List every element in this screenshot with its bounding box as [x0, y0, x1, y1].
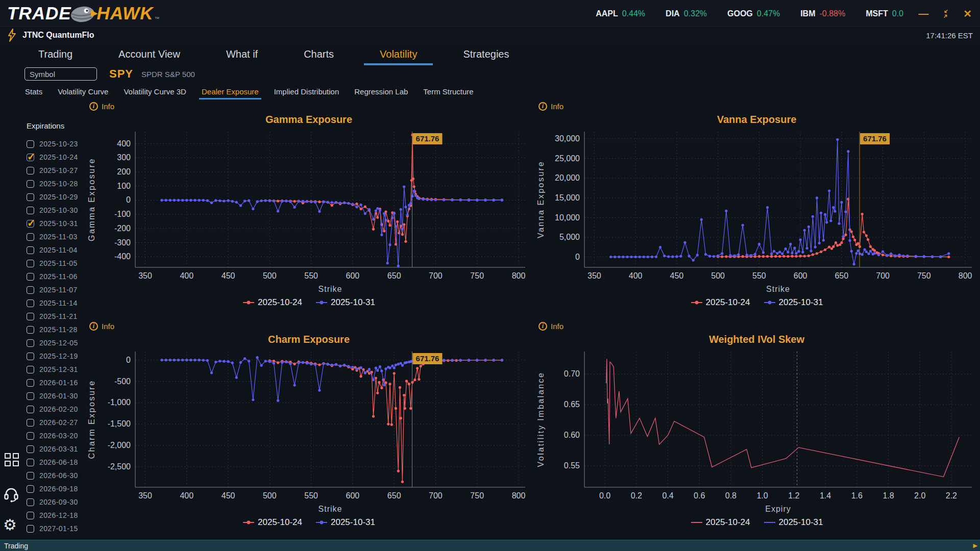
- expiration-row: 2025-11-21: [27, 310, 84, 323]
- expiration-checkbox-2025-11-05[interactable]: [27, 260, 34, 267]
- expirations-label: Expirations: [27, 121, 84, 130]
- ticker-aapl: AAPL0.44%: [596, 9, 645, 18]
- volatility-subtabs: StatsVolatility CurveVolatility Curve 3D…: [0, 83, 980, 100]
- legend-item-2025-10-24[interactable]: 2025-10-24: [242, 517, 302, 528]
- expiration-date-label: 2025-11-05: [39, 259, 78, 267]
- ticker-tape: AAPL0.44%DIA0.32%GOOG0.47%IBM-0.88%MSFT0…: [596, 0, 903, 27]
- info-button-charm[interactable]: iInfo: [89, 322, 114, 331]
- svg-text:0: 0: [575, 253, 580, 261]
- expiration-checkbox-2026-03-31[interactable]: [27, 445, 34, 453]
- tab-account-view[interactable]: Account View: [95, 43, 203, 65]
- settings-gear-icon[interactable]: ⚙: [3, 517, 17, 533]
- tab-what-if[interactable]: What if: [203, 43, 281, 65]
- expiration-checkbox-2025-10-24[interactable]: [27, 154, 34, 161]
- expiration-checkbox-2025-11-28[interactable]: [27, 326, 34, 334]
- expiration-checkbox-2027-01-15[interactable]: [27, 525, 34, 533]
- symbol-input[interactable]: [24, 67, 97, 81]
- svg-text:-1,000: -1,000: [108, 398, 131, 407]
- legend-item-2025-10-31[interactable]: 2025-10-31: [315, 297, 375, 308]
- legend-item-2025-10-24[interactable]: 2025-10-24: [242, 297, 302, 308]
- close-button[interactable]: ✕: [963, 8, 972, 20]
- tab-strategies[interactable]: Strategies: [440, 43, 532, 65]
- expiration-checkbox-2025-12-19[interactable]: [27, 353, 34, 360]
- svg-text:350: 350: [138, 491, 152, 500]
- tradehawk-app: TRADE HAWK ™ AAPL0.44%DIA0.32%GOOG0.47%I…: [0, 0, 980, 551]
- svg-text:30,000: 30,000: [555, 134, 580, 143]
- expiration-row: 2026-02-20: [27, 403, 84, 416]
- expiration-checkbox-2025-12-05[interactable]: [27, 339, 34, 347]
- legend-item-2025-10-31[interactable]: 2025-10-31: [315, 517, 375, 528]
- expiration-checkbox-2025-10-28[interactable]: [27, 180, 34, 188]
- subtab-dealer-exposure[interactable]: Dealer Exposure: [194, 83, 266, 100]
- svg-text:700: 700: [429, 271, 443, 280]
- expiration-checkbox-2025-11-04[interactable]: [27, 246, 34, 254]
- expiration-row: 2026-01-16: [27, 376, 84, 389]
- svg-text:800: 800: [512, 271, 526, 280]
- expiration-checkbox-2025-11-14[interactable]: [27, 299, 34, 307]
- resize-corner-icon[interactable]: ▶: [973, 542, 977, 549]
- expiration-checkbox-2026-06-30[interactable]: [27, 472, 34, 480]
- expiration-date-label: 2025-12-19: [39, 352, 78, 360]
- gamma-chart-title: Gamma Exposure: [84, 112, 533, 128]
- expiration-checkbox-2026-03-20[interactable]: [27, 432, 34, 440]
- expiration-checkbox-2026-01-30[interactable]: [27, 392, 34, 400]
- expiration-checkbox-2025-10-29[interactable]: [27, 193, 34, 201]
- expiration-checkbox-2026-09-30[interactable]: [27, 498, 34, 506]
- legend-item-2025-10-24[interactable]: 2025-10-24: [691, 297, 750, 308]
- expiration-row: 2025-10-29: [27, 190, 84, 204]
- expiration-checkbox-2025-10-31[interactable]: [27, 220, 34, 228]
- expiration-row: 2026-03-31: [27, 442, 84, 456]
- svg-text:400: 400: [180, 491, 193, 500]
- expiration-checkbox-2025-11-06[interactable]: [27, 273, 34, 281]
- expiration-checkbox-2026-09-18[interactable]: [27, 485, 34, 493]
- legend-item-2025-10-24[interactable]: 2025-10-24: [691, 517, 750, 528]
- svg-text:550: 550: [304, 491, 318, 500]
- tab-charts[interactable]: Charts: [281, 43, 357, 65]
- restore-icon[interactable]: [941, 9, 951, 19]
- svg-text:-2,500: -2,500: [108, 462, 131, 471]
- subtab-volatility-curve-3d[interactable]: Volatility Curve 3D: [116, 83, 194, 100]
- svg-text:350: 350: [138, 271, 152, 280]
- info-button-skew[interactable]: iInfo: [538, 322, 564, 331]
- expiration-checkbox-2026-01-16[interactable]: [27, 379, 34, 387]
- tab-volatility[interactable]: Volatility: [357, 43, 440, 65]
- expiration-checkbox-2025-10-30[interactable]: [27, 207, 34, 214]
- expiration-checkbox-2025-11-07[interactable]: [27, 286, 34, 294]
- svg-text:750: 750: [470, 271, 484, 280]
- info-button-gamma[interactable]: iInfo: [89, 102, 114, 111]
- legend-item-2025-10-31[interactable]: 2025-10-31: [764, 297, 823, 308]
- subtab-stats[interactable]: Stats: [17, 83, 50, 100]
- expiration-row: 2026-03-20: [27, 429, 84, 442]
- legend-item-2025-10-31[interactable]: 2025-10-31: [764, 517, 823, 528]
- expiration-checkbox-2025-12-31[interactable]: [27, 366, 34, 373]
- expiration-checkbox-2026-02-20[interactable]: [27, 406, 34, 413]
- minimize-button[interactable]: —: [918, 8, 928, 19]
- expiration-checkbox-2026-02-27[interactable]: [27, 419, 34, 427]
- info-button-vanna[interactable]: iInfo: [538, 102, 564, 111]
- subtab-volatility-curve[interactable]: Volatility Curve: [50, 83, 116, 100]
- info-label: Info: [102, 102, 114, 111]
- gamma-exposure-panel: iInfoGamma Exposure671.764003002001000-1…: [84, 100, 533, 320]
- svg-text:750: 750: [470, 491, 484, 500]
- svg-text:1.4: 1.4: [820, 491, 831, 500]
- expiration-checkbox-2026-12-18[interactable]: [27, 512, 34, 519]
- svg-text:-1,500: -1,500: [108, 419, 131, 428]
- tab-trading[interactable]: Trading: [15, 43, 95, 65]
- expiration-checkbox-2026-06-18[interactable]: [27, 459, 34, 466]
- expiration-date-label: 2026-09-30: [39, 498, 78, 506]
- subtab-implied-distribution[interactable]: Implied Distribution: [266, 83, 347, 100]
- skew-legend: 2025-10-242025-10-31: [533, 516, 980, 529]
- expiration-row: 2026-06-18: [27, 456, 84, 469]
- subtab-regression-lab[interactable]: Regression Lab: [347, 83, 415, 100]
- headset-icon[interactable]: [3, 486, 19, 503]
- subtab-term-structure[interactable]: Term Structure: [415, 83, 481, 100]
- grid-layout-icon[interactable]: [5, 453, 19, 466]
- expiration-checkbox-2025-10-27[interactable]: [27, 167, 34, 174]
- expiration-checkbox-2025-11-03[interactable]: [27, 233, 34, 241]
- svg-text:650: 650: [387, 491, 401, 500]
- expiration-row: 2026-09-30: [27, 495, 84, 509]
- expiration-row: 2026-09-18: [27, 482, 84, 495]
- svg-text:-400: -400: [114, 252, 131, 261]
- expiration-checkbox-2025-11-21[interactable]: [27, 313, 34, 320]
- expiration-checkbox-2025-10-23[interactable]: [27, 140, 34, 148]
